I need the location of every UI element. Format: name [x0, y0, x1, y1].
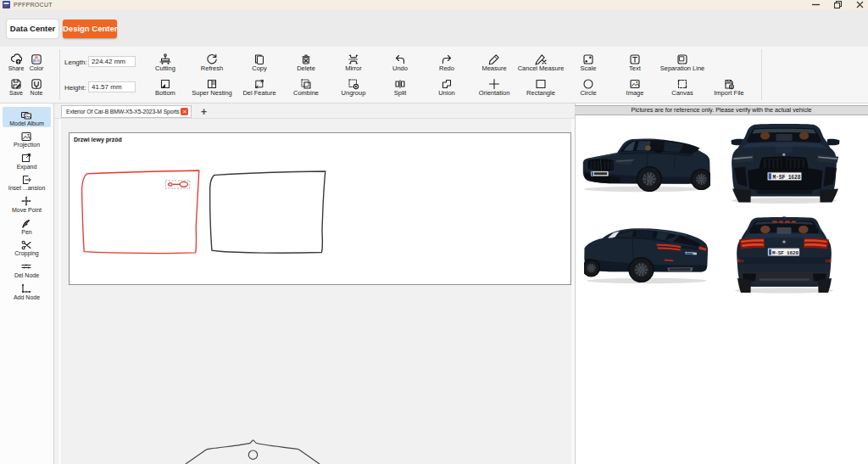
svg-text:M·SF 1628: M·SF 1628 [772, 250, 798, 256]
svg-text:M·SF 1628: M·SF 1628 [773, 175, 801, 181]
